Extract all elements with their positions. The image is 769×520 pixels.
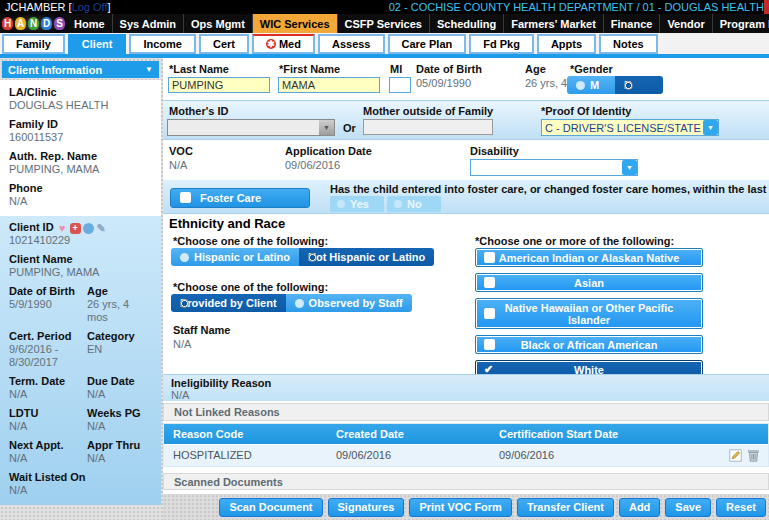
- gender-male-option[interactable]: M: [567, 76, 615, 94]
- scan-document-button[interactable]: Scan Document: [219, 498, 322, 517]
- race-source-toggle: Provided by Client Observed by Staff: [171, 294, 412, 312]
- race-black-button[interactable]: Black or African American: [475, 335, 703, 354]
- medical-cross-icon[interactable]: +: [70, 223, 81, 234]
- person-icon[interactable]: [83, 223, 94, 234]
- mi-input[interactable]: [389, 77, 411, 93]
- tab-bar: Family Client Income Cert ✱Med Assess Ca…: [0, 33, 769, 58]
- tab-appts[interactable]: Appts: [537, 34, 596, 54]
- client-information-header[interactable]: Client Information ▼: [2, 61, 159, 78]
- print-voc-form-button[interactable]: Print VOC Form: [409, 498, 512, 517]
- ineligibility-label: Ineligibility Reason: [171, 377, 271, 389]
- menu-farmers-market[interactable]: Farmers' Market: [504, 14, 604, 33]
- radio-icon: [394, 200, 402, 208]
- sidebar-client-section: Client ID ♥ + ✎ 1021410229 Client NamePU…: [0, 216, 161, 505]
- ethnicity-not-hispanic-option[interactable]: Not Hispanic or Latino: [299, 248, 434, 266]
- mi-label: MI: [390, 63, 402, 75]
- radio-selected-icon: [180, 299, 189, 308]
- checkbox-icon: [484, 339, 495, 350]
- dropdown-arrow-icon[interactable]: ▼: [703, 120, 718, 135]
- edit-pencil-icon[interactable]: [729, 449, 742, 462]
- reset-button[interactable]: Reset: [716, 498, 766, 517]
- last-name-input[interactable]: [168, 77, 270, 93]
- logoff-link[interactable]: Log Off: [72, 1, 108, 13]
- next-appt-label: Next Appt.: [9, 439, 87, 452]
- title-bar: JCHAMBER [Log Off] 02 - COCHISE COUNTY H…: [0, 0, 769, 14]
- table-row[interactable]: HOSPITALIZED 09/06/2016 09/06/2016: [164, 444, 768, 466]
- tab-cert[interactable]: Cert: [199, 34, 249, 54]
- scanned-documents-header: Scanned Documents: [163, 473, 769, 491]
- main-menu-bar: HANDS Home Sys Admin Ops Mgmt WIC Servic…: [0, 14, 769, 33]
- radio-icon: [295, 299, 304, 308]
- next-appt-value: N/A: [9, 452, 87, 465]
- menu-ops-mgmt[interactable]: Ops Mgmt: [184, 14, 253, 33]
- menu-csfp-services[interactable]: CSFP Services: [338, 14, 430, 33]
- foster-care-question: Has the child entered into foster care, …: [330, 183, 769, 195]
- pencil-icon[interactable]: ✎: [96, 223, 107, 234]
- race-choose-label: *Choose one or more of the following:: [475, 235, 674, 247]
- la-clinic-label: LA/Clinic: [9, 86, 152, 99]
- mothers-id-select: ▼: [167, 119, 335, 136]
- menu-program-integrity[interactable]: Program Integrity: [713, 14, 769, 33]
- appr-thru-value: N/A: [87, 452, 152, 465]
- phone-value: N/A: [9, 195, 152, 208]
- transfer-client-button[interactable]: Transfer Client: [517, 498, 614, 517]
- ldtu-label: LDTU: [9, 407, 87, 420]
- family-id-value: 160011537: [9, 131, 152, 144]
- add-button[interactable]: Add: [619, 498, 660, 517]
- weeks-pg-value: N/A: [87, 420, 152, 433]
- save-button[interactable]: Save: [665, 498, 711, 517]
- tab-care-plan[interactable]: Care Plan: [388, 34, 467, 54]
- menu-home[interactable]: Home: [67, 14, 113, 33]
- foster-care-checkbox-button[interactable]: Foster Care: [170, 188, 310, 208]
- gender-label: *Gender: [570, 63, 613, 75]
- tab-income[interactable]: Income: [129, 34, 196, 54]
- first-name-input[interactable]: [278, 77, 380, 93]
- disability-select[interactable]: ▼: [470, 159, 638, 176]
- provided-by-client-option[interactable]: Provided by Client: [171, 294, 286, 312]
- gender-female-option[interactable]: F: [615, 76, 663, 94]
- observed-by-staff-option[interactable]: Observed by Staff: [286, 294, 412, 312]
- heart-shield-icon[interactable]: ♥: [57, 223, 68, 234]
- tab-client[interactable]: Client: [68, 34, 127, 54]
- proof-identity-select[interactable]: C - DRIVER'S LICENSE/STATE ID ▼: [541, 119, 719, 136]
- foster-no-button[interactable]: No: [387, 196, 441, 212]
- cert-period-value: 9/6/2016 - 8/30/2017: [9, 343, 75, 369]
- col-reason-code: Reason Code: [164, 428, 336, 440]
- tab-notes[interactable]: Notes: [599, 34, 658, 54]
- menu-finance[interactable]: Finance: [604, 14, 661, 33]
- mother-outside-input: [363, 119, 493, 135]
- not-linked-reasons-header: Not Linked Reasons: [163, 403, 769, 421]
- appr-thru-label: Appr Thru: [87, 439, 152, 452]
- phone-label: Phone: [9, 182, 152, 195]
- first-name-label: *First Name: [279, 63, 340, 75]
- checkbox-icon: [180, 192, 191, 203]
- auth-rep-label: Auth. Rep. Name: [9, 150, 152, 163]
- client-name-value: PUMPING, MAMA: [9, 266, 152, 279]
- signatures-button[interactable]: Signatures: [328, 498, 405, 517]
- menu-scheduling[interactable]: Scheduling: [430, 14, 504, 33]
- delete-trash-icon[interactable]: [747, 449, 760, 462]
- client-form: *Last Name *First Name MI Date of Birth …: [163, 58, 769, 520]
- menu-sys-admin[interactable]: Sys Admin: [113, 14, 184, 33]
- tab-fd-pkg[interactable]: Fd Pkg: [469, 34, 534, 54]
- race-native-hawaiian-button[interactable]: Native Hawaiian or Other Pacific Islande…: [475, 298, 703, 329]
- menu-wic-services[interactable]: WIC Services: [253, 14, 338, 33]
- foster-yes-button[interactable]: Yes: [330, 196, 384, 212]
- race-american-indian-button[interactable]: American Indian or Alaskan Native: [475, 248, 703, 267]
- menu-vendor[interactable]: Vendor: [660, 14, 712, 33]
- col-cert-start-date: Certification Start Date: [499, 428, 722, 440]
- dropdown-arrow-icon[interactable]: ▼: [622, 160, 637, 175]
- username: JCHAMBER [: [5, 1, 72, 13]
- dropdown-arrow-icon: ▼: [319, 120, 334, 135]
- category-label: Category: [87, 330, 152, 343]
- tab-med[interactable]: ✱Med: [252, 34, 315, 54]
- cell-cert-start-date: 09/06/2016: [499, 449, 722, 461]
- cert-period-label: Cert. Period: [9, 330, 87, 343]
- race-asian-button[interactable]: Asian: [475, 273, 703, 292]
- tab-assess[interactable]: Assess: [318, 34, 385, 54]
- tab-family[interactable]: Family: [2, 34, 65, 54]
- radio-selected-icon: [624, 81, 633, 90]
- hands-logo: HANDS: [2, 14, 65, 33]
- category-value: EN: [87, 343, 152, 356]
- ethnicity-hispanic-option[interactable]: Hispanic or Latino: [171, 248, 299, 266]
